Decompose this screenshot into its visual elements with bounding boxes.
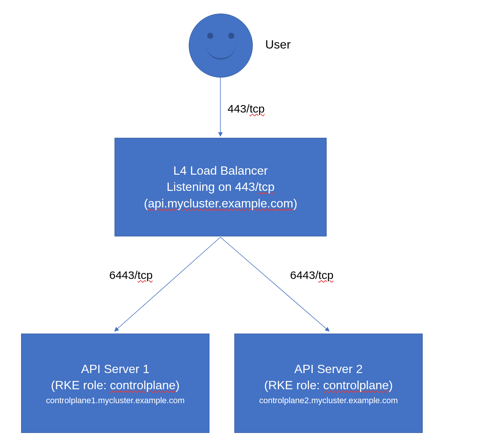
edge-label-lb-api2: 6443/tcp	[290, 269, 333, 282]
svg-line-2	[220, 237, 329, 331]
eye-icon	[228, 33, 234, 39]
api1-title: API Server 1	[81, 361, 149, 377]
api2-host: controlplane2.mycluster.example.com	[259, 396, 398, 405]
load-balancer-node: L4 Load Balancer Listening on 443/tcp (a…	[115, 138, 327, 236]
user-label: User	[265, 38, 291, 52]
lb-line1: L4 Load Balancer	[173, 163, 268, 179]
api1-host: controlplane1.mycluster.example.com	[46, 396, 185, 405]
lb-line2: Listening on 443/tcp	[167, 179, 274, 195]
smile-icon	[206, 43, 236, 59]
eye-icon	[207, 33, 213, 39]
edge-label-user-lb: 443/tcp	[228, 102, 264, 115]
api2-title: API Server 2	[294, 361, 362, 377]
svg-line-1	[115, 237, 220, 331]
api2-role: (RKE role: controlplane)	[264, 377, 393, 393]
lb-line3: (api.mycluster.example.com)	[144, 195, 297, 212]
edge-label-lb-api1: 6443/tcp	[109, 269, 153, 282]
api-server-2-node: API Server 2 (RKE role: controlplane) co…	[234, 334, 423, 433]
api1-role: (RKE role: controlplane)	[51, 377, 179, 393]
api-server-1-node: API Server 1 (RKE role: controlplane) co…	[21, 334, 209, 433]
user-icon	[189, 14, 253, 78]
